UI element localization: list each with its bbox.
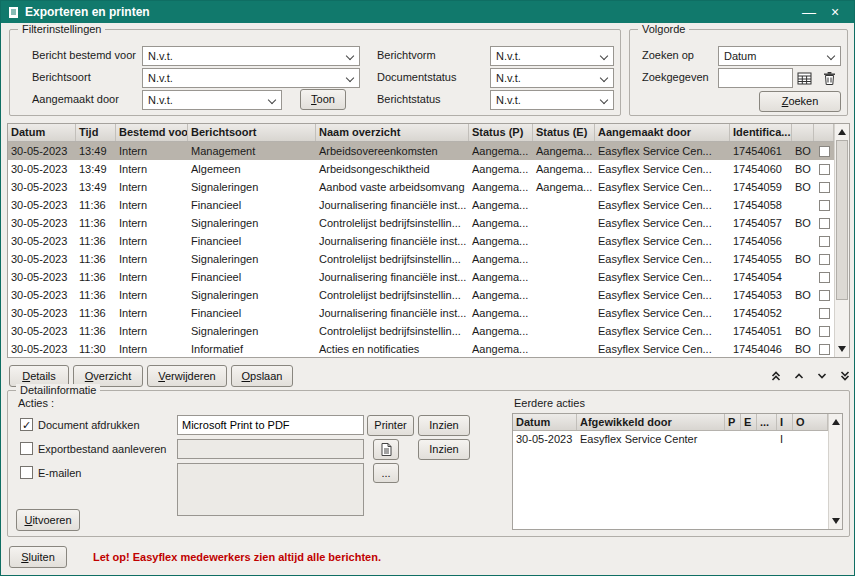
- column-header[interactable]: Bestemd voor: [116, 124, 188, 142]
- row-checkbox[interactable]: [819, 308, 830, 319]
- chevron-up-icon[interactable]: [790, 366, 808, 386]
- berichtsoort-label: Berichtsoort: [32, 71, 91, 83]
- printer-name-input[interactable]: [177, 415, 364, 435]
- column-header[interactable]: Aangemaakt door: [595, 124, 730, 142]
- table-row[interactable]: 30-05-202313:49InternManagementArbeidsov…: [8, 142, 834, 160]
- opslaan-button[interactable]: Opslaan: [231, 365, 293, 387]
- table-row[interactable]: 30-05-202311:36InternSignaleringenContro…: [8, 286, 834, 304]
- column-header[interactable]: [814, 124, 834, 142]
- table-row[interactable]: 30-05-202311:36InternFinancieelJournalis…: [8, 196, 834, 214]
- zoeken-button[interactable]: Zoeken: [759, 91, 841, 112]
- table-row[interactable]: 30-05-2023Easyflex Service CenterI: [513, 431, 828, 448]
- message-table-body: 30-05-202313:49InternManagementArbeidsov…: [8, 142, 834, 357]
- table-cell: Signaleringen: [188, 250, 316, 268]
- table-cell: Management: [188, 142, 316, 160]
- row-checkbox[interactable]: [819, 272, 830, 283]
- column-header[interactable]: I: [777, 414, 793, 431]
- printer-button[interactable]: Printer: [367, 415, 414, 436]
- table-cell: BO: [792, 322, 814, 340]
- column-header[interactable]: Datum: [8, 124, 76, 142]
- close-button[interactable]: ×: [822, 1, 848, 23]
- berichtvorm-select[interactable]: N.v.t.: [490, 46, 614, 66]
- earlier-actions-scrollbar[interactable]: [828, 414, 842, 529]
- column-header[interactable]: Tijd: [76, 124, 116, 142]
- table-row[interactable]: 30-05-202311:36InternSignaleringenContro…: [8, 214, 834, 232]
- column-header[interactable]: Datum: [513, 414, 577, 431]
- chevron-down-icon[interactable]: [813, 366, 831, 386]
- berichtstatus-select[interactable]: N.v.t.: [490, 90, 614, 110]
- table-cell: BO: [792, 250, 814, 268]
- row-checkbox-cell: [814, 250, 834, 268]
- minimize-button[interactable]: —: [796, 1, 822, 23]
- scroll-up-icon[interactable]: [829, 415, 842, 429]
- bericht-bestemd-voor-select[interactable]: N.v.t.: [142, 46, 360, 66]
- table-cell: 30-05-2023: [8, 178, 76, 196]
- row-checkbox[interactable]: [819, 254, 830, 265]
- column-header[interactable]: Berichtsoort: [188, 124, 316, 142]
- exportbestand-input[interactable]: [177, 439, 364, 459]
- inzien-export-button[interactable]: Inzien: [418, 439, 470, 460]
- row-checkbox[interactable]: [819, 182, 830, 193]
- column-header[interactable]: E: [741, 414, 757, 431]
- email-recipients-field[interactable]: [177, 463, 364, 516]
- row-checkbox[interactable]: [819, 236, 830, 247]
- zoeken-op-select[interactable]: Datum: [718, 46, 841, 66]
- toon-button[interactable]: Toon: [300, 89, 346, 110]
- row-checkbox[interactable]: [819, 326, 830, 337]
- inzien-print-button[interactable]: Inzien: [418, 415, 470, 436]
- scroll-up-icon[interactable]: [835, 125, 849, 139]
- column-header[interactable]: Afgewikkeld door: [577, 414, 725, 431]
- verwijderen-button[interactable]: Verwijderen: [147, 365, 227, 387]
- table-row[interactable]: 30-05-202311:36InternSignaleringenContro…: [8, 322, 834, 340]
- berichtsoort-select[interactable]: N.v.t.: [142, 68, 360, 88]
- table-row[interactable]: 30-05-202313:49InternAlgemeenArbeidsonge…: [8, 160, 834, 178]
- table-row[interactable]: 30-05-202311:36InternFinancieelJournalis…: [8, 268, 834, 286]
- row-checkbox[interactable]: [819, 218, 830, 229]
- column-header[interactable]: Naam overzicht: [316, 124, 469, 142]
- aangemaakt-door-select[interactable]: N.v.t.: [142, 90, 282, 110]
- table-row[interactable]: 30-05-202311:36InternSignaleringenContro…: [8, 250, 834, 268]
- table-cell: Journalisering financiële inst...: [316, 268, 469, 286]
- column-header[interactable]: Status (P): [469, 124, 533, 142]
- column-header[interactable]: Identifica...: [730, 124, 792, 142]
- scroll-down-icon[interactable]: [829, 514, 842, 528]
- documentstatus-select[interactable]: N.v.t.: [490, 68, 614, 88]
- row-checkbox[interactable]: [819, 164, 830, 175]
- table-row[interactable]: 30-05-202313:49InternSignaleringenAanbod…: [8, 178, 834, 196]
- exportbestand-checkbox[interactable]: [20, 442, 33, 455]
- table-row[interactable]: 30-05-202311:36InternFinancieelJournalis…: [8, 304, 834, 322]
- document-afdrukken-checkbox[interactable]: ✓: [20, 418, 33, 431]
- calendar-icon[interactable]: [795, 69, 815, 87]
- double-chevron-down-icon[interactable]: [836, 366, 854, 386]
- email-dots-button[interactable]: ...: [373, 463, 399, 483]
- table-cell: Easyflex Service Cen...: [595, 196, 730, 214]
- column-header[interactable]: P: [725, 414, 741, 431]
- export-file-button[interactable]: [373, 439, 399, 460]
- table-cell: 30-05-2023: [8, 196, 76, 214]
- table-cell: Algemeen: [188, 160, 316, 178]
- column-header[interactable]: O: [793, 414, 828, 431]
- column-header[interactable]: [792, 124, 814, 142]
- trash-icon[interactable]: [819, 69, 839, 87]
- row-checkbox[interactable]: [819, 344, 830, 355]
- table-scrollbar[interactable]: [834, 124, 849, 357]
- column-header[interactable]: ...: [757, 414, 777, 431]
- sluiten-button[interactable]: Sluiten: [9, 546, 67, 568]
- row-checkbox[interactable]: [819, 200, 830, 211]
- uitvoeren-button[interactable]: Uitvoeren: [16, 509, 80, 531]
- table-cell: 17454053: [730, 286, 792, 304]
- table-row[interactable]: 30-05-202311:36InternFinancieelJournalis…: [8, 232, 834, 250]
- column-header[interactable]: Status (E): [533, 124, 595, 142]
- table-cell: Aangema...: [469, 304, 533, 322]
- row-checkbox[interactable]: [819, 146, 830, 157]
- row-checkbox[interactable]: [819, 290, 830, 301]
- scrollbar-thumb[interactable]: [836, 140, 848, 300]
- table-row[interactable]: 30-05-202311:30InternInformatiefActies e…: [8, 340, 834, 357]
- emailen-checkbox[interactable]: [20, 466, 33, 479]
- scroll-down-icon[interactable]: [835, 342, 849, 356]
- table-cell: 30-05-2023: [8, 214, 76, 232]
- table-cell: Easyflex Service Cen...: [595, 142, 730, 160]
- double-chevron-up-icon[interactable]: [767, 366, 785, 386]
- zoekgegeven-input[interactable]: [718, 68, 793, 88]
- table-cell: Aangema...: [469, 268, 533, 286]
